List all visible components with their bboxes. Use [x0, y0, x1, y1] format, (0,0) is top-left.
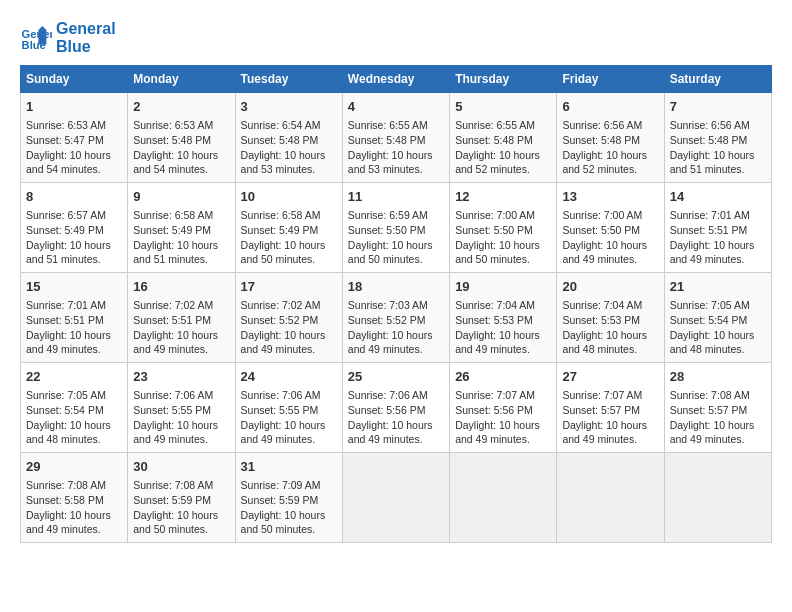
day-number: 22	[26, 368, 122, 386]
day-number: 25	[348, 368, 444, 386]
calendar-cell: 20Sunrise: 7:04 AMSunset: 5:53 PMDayligh…	[557, 273, 664, 363]
day-content: Sunrise: 7:08 AMSunset: 5:57 PMDaylight:…	[670, 388, 766, 447]
calendar-cell: 7Sunrise: 6:56 AMSunset: 5:48 PMDaylight…	[664, 93, 771, 183]
day-content: Sunrise: 7:07 AMSunset: 5:57 PMDaylight:…	[562, 388, 658, 447]
calendar-cell: 13Sunrise: 7:00 AMSunset: 5:50 PMDayligh…	[557, 183, 664, 273]
day-number: 12	[455, 188, 551, 206]
day-content: Sunrise: 7:02 AMSunset: 5:51 PMDaylight:…	[133, 298, 229, 357]
day-content: Sunrise: 6:56 AMSunset: 5:48 PMDaylight:…	[670, 118, 766, 177]
day-number: 18	[348, 278, 444, 296]
day-number: 23	[133, 368, 229, 386]
calendar-cell: 5Sunrise: 6:55 AMSunset: 5:48 PMDaylight…	[450, 93, 557, 183]
calendar-week-0: 1Sunrise: 6:53 AMSunset: 5:47 PMDaylight…	[21, 93, 772, 183]
header-cell-tuesday: Tuesday	[235, 66, 342, 93]
day-content: Sunrise: 7:00 AMSunset: 5:50 PMDaylight:…	[455, 208, 551, 267]
day-number: 6	[562, 98, 658, 116]
day-content: Sunrise: 6:58 AMSunset: 5:49 PMDaylight:…	[241, 208, 337, 267]
calendar-cell: 3Sunrise: 6:54 AMSunset: 5:48 PMDaylight…	[235, 93, 342, 183]
day-number: 20	[562, 278, 658, 296]
day-number: 10	[241, 188, 337, 206]
day-content: Sunrise: 6:54 AMSunset: 5:48 PMDaylight:…	[241, 118, 337, 177]
calendar-cell: 1Sunrise: 6:53 AMSunset: 5:47 PMDaylight…	[21, 93, 128, 183]
calendar-header-row: SundayMondayTuesdayWednesdayThursdayFrid…	[21, 66, 772, 93]
calendar-cell	[664, 452, 771, 542]
calendar-cell: 10Sunrise: 6:58 AMSunset: 5:49 PMDayligh…	[235, 183, 342, 273]
day-number: 5	[455, 98, 551, 116]
day-content: Sunrise: 7:08 AMSunset: 5:59 PMDaylight:…	[133, 478, 229, 537]
day-number: 19	[455, 278, 551, 296]
calendar-cell: 27Sunrise: 7:07 AMSunset: 5:57 PMDayligh…	[557, 363, 664, 453]
day-content: Sunrise: 7:03 AMSunset: 5:52 PMDaylight:…	[348, 298, 444, 357]
day-content: Sunrise: 7:01 AMSunset: 5:51 PMDaylight:…	[670, 208, 766, 267]
calendar-cell: 19Sunrise: 7:04 AMSunset: 5:53 PMDayligh…	[450, 273, 557, 363]
calendar-cell: 31Sunrise: 7:09 AMSunset: 5:59 PMDayligh…	[235, 452, 342, 542]
svg-text:General: General	[22, 28, 52, 40]
day-number: 17	[241, 278, 337, 296]
header-cell-thursday: Thursday	[450, 66, 557, 93]
header-cell-friday: Friday	[557, 66, 664, 93]
logo-line1: General	[56, 20, 116, 38]
day-content: Sunrise: 7:05 AMSunset: 5:54 PMDaylight:…	[26, 388, 122, 447]
day-number: 13	[562, 188, 658, 206]
calendar-table: SundayMondayTuesdayWednesdayThursdayFrid…	[20, 65, 772, 543]
calendar-cell: 2Sunrise: 6:53 AMSunset: 5:48 PMDaylight…	[128, 93, 235, 183]
calendar-cell: 28Sunrise: 7:08 AMSunset: 5:57 PMDayligh…	[664, 363, 771, 453]
header: General Blue General Blue	[20, 20, 772, 55]
day-number: 24	[241, 368, 337, 386]
calendar-cell: 24Sunrise: 7:06 AMSunset: 5:55 PMDayligh…	[235, 363, 342, 453]
day-content: Sunrise: 7:07 AMSunset: 5:56 PMDaylight:…	[455, 388, 551, 447]
calendar-cell: 9Sunrise: 6:58 AMSunset: 5:49 PMDaylight…	[128, 183, 235, 273]
day-content: Sunrise: 7:09 AMSunset: 5:59 PMDaylight:…	[241, 478, 337, 537]
day-number: 31	[241, 458, 337, 476]
day-content: Sunrise: 6:53 AMSunset: 5:48 PMDaylight:…	[133, 118, 229, 177]
calendar-cell: 26Sunrise: 7:07 AMSunset: 5:56 PMDayligh…	[450, 363, 557, 453]
header-cell-sunday: Sunday	[21, 66, 128, 93]
day-content: Sunrise: 6:58 AMSunset: 5:49 PMDaylight:…	[133, 208, 229, 267]
day-number: 2	[133, 98, 229, 116]
day-content: Sunrise: 7:06 AMSunset: 5:56 PMDaylight:…	[348, 388, 444, 447]
calendar-cell: 22Sunrise: 7:05 AMSunset: 5:54 PMDayligh…	[21, 363, 128, 453]
calendar-week-3: 22Sunrise: 7:05 AMSunset: 5:54 PMDayligh…	[21, 363, 772, 453]
day-number: 14	[670, 188, 766, 206]
day-content: Sunrise: 7:00 AMSunset: 5:50 PMDaylight:…	[562, 208, 658, 267]
calendar-cell: 21Sunrise: 7:05 AMSunset: 5:54 PMDayligh…	[664, 273, 771, 363]
calendar-cell: 12Sunrise: 7:00 AMSunset: 5:50 PMDayligh…	[450, 183, 557, 273]
calendar-cell: 18Sunrise: 7:03 AMSunset: 5:52 PMDayligh…	[342, 273, 449, 363]
day-content: Sunrise: 7:01 AMSunset: 5:51 PMDaylight:…	[26, 298, 122, 357]
calendar-body: 1Sunrise: 6:53 AMSunset: 5:47 PMDaylight…	[21, 93, 772, 543]
calendar-cell: 4Sunrise: 6:55 AMSunset: 5:48 PMDaylight…	[342, 93, 449, 183]
day-content: Sunrise: 7:04 AMSunset: 5:53 PMDaylight:…	[455, 298, 551, 357]
calendar-week-4: 29Sunrise: 7:08 AMSunset: 5:58 PMDayligh…	[21, 452, 772, 542]
day-content: Sunrise: 6:55 AMSunset: 5:48 PMDaylight:…	[348, 118, 444, 177]
day-number: 21	[670, 278, 766, 296]
day-content: Sunrise: 7:05 AMSunset: 5:54 PMDaylight:…	[670, 298, 766, 357]
header-cell-wednesday: Wednesday	[342, 66, 449, 93]
day-number: 15	[26, 278, 122, 296]
day-number: 28	[670, 368, 766, 386]
calendar-cell: 23Sunrise: 7:06 AMSunset: 5:55 PMDayligh…	[128, 363, 235, 453]
day-number: 9	[133, 188, 229, 206]
day-number: 8	[26, 188, 122, 206]
calendar-cell: 8Sunrise: 6:57 AMSunset: 5:49 PMDaylight…	[21, 183, 128, 273]
day-content: Sunrise: 6:59 AMSunset: 5:50 PMDaylight:…	[348, 208, 444, 267]
day-content: Sunrise: 6:53 AMSunset: 5:47 PMDaylight:…	[26, 118, 122, 177]
calendar-cell	[557, 452, 664, 542]
day-number: 7	[670, 98, 766, 116]
logo: General Blue General Blue	[20, 20, 116, 55]
calendar-cell	[342, 452, 449, 542]
day-number: 29	[26, 458, 122, 476]
calendar-cell: 30Sunrise: 7:08 AMSunset: 5:59 PMDayligh…	[128, 452, 235, 542]
calendar-cell: 14Sunrise: 7:01 AMSunset: 5:51 PMDayligh…	[664, 183, 771, 273]
header-cell-monday: Monday	[128, 66, 235, 93]
calendar-cell	[450, 452, 557, 542]
day-number: 16	[133, 278, 229, 296]
calendar-week-2: 15Sunrise: 7:01 AMSunset: 5:51 PMDayligh…	[21, 273, 772, 363]
logo-icon: General Blue	[20, 22, 52, 54]
day-content: Sunrise: 7:04 AMSunset: 5:53 PMDaylight:…	[562, 298, 658, 357]
calendar-cell: 15Sunrise: 7:01 AMSunset: 5:51 PMDayligh…	[21, 273, 128, 363]
day-content: Sunrise: 7:08 AMSunset: 5:58 PMDaylight:…	[26, 478, 122, 537]
day-content: Sunrise: 6:57 AMSunset: 5:49 PMDaylight:…	[26, 208, 122, 267]
day-content: Sunrise: 7:06 AMSunset: 5:55 PMDaylight:…	[133, 388, 229, 447]
day-number: 30	[133, 458, 229, 476]
day-number: 3	[241, 98, 337, 116]
